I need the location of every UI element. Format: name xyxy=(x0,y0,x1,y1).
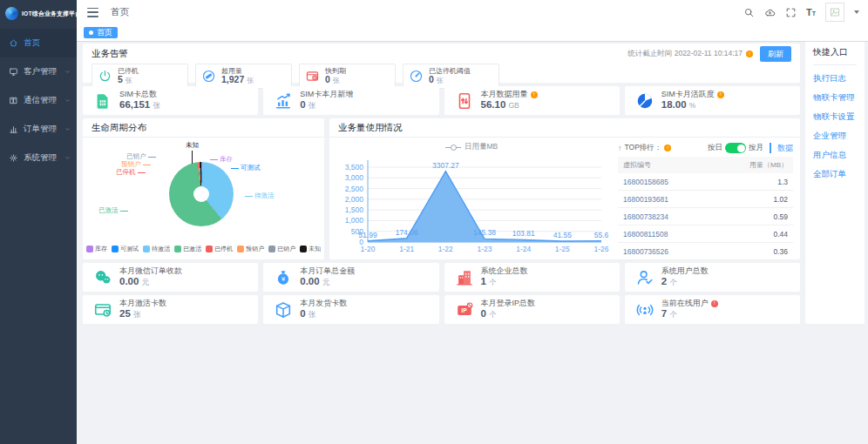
stat-label: 本月订单总金额 xyxy=(300,266,355,276)
cloud-download-icon[interactable] xyxy=(764,7,776,18)
legend-label: 日用量MB xyxy=(465,142,498,152)
usage-value: 0.36 xyxy=(711,243,793,260)
quick-link-enterprise-mgmt[interactable]: 企业管理 xyxy=(813,131,857,142)
avatar[interactable] xyxy=(825,3,844,22)
sidebar-item-orders[interactable]: 订单管理 xyxy=(0,115,77,144)
table-row[interactable]: 168007365260.36 xyxy=(618,243,793,260)
stat-label: SIM卡总数 xyxy=(119,90,157,99)
column-header: 用量（MB） xyxy=(711,157,793,173)
stat-label: 本月登录IP总数 xyxy=(481,299,536,308)
sidebar-item-communication[interactable]: 通信管理 xyxy=(0,86,77,115)
caret-down-icon[interactable] xyxy=(854,10,859,14)
svg-text:41.55: 41.55 xyxy=(553,231,573,239)
svg-text:3307.27: 3307.27 xyxy=(432,161,459,170)
svg-text:51.99: 51.99 xyxy=(358,231,377,239)
activity-pie-icon xyxy=(635,91,654,111)
period-toggle[interactable] xyxy=(725,143,746,153)
stat-label: 本月数据用量 xyxy=(481,90,528,99)
svg-text:1,500: 1,500 xyxy=(345,205,364,214)
alerts-title: 业务告警 xyxy=(92,48,128,60)
table-row[interactable]: 168001936811.02 xyxy=(618,191,793,208)
stat-unit: 张 xyxy=(309,310,316,319)
virtual-number: 16800811508 xyxy=(618,225,711,243)
legend-item[interactable]: 已销户 xyxy=(268,245,295,253)
quick-link-user-info[interactable]: 用户信息 xyxy=(813,150,857,161)
legend-item[interactable]: 未知 xyxy=(300,245,321,253)
broken-image-icon xyxy=(830,7,840,17)
svg-text:1-24: 1-24 xyxy=(516,245,531,253)
chevron-down-icon xyxy=(64,69,71,75)
sidebar-item-label: 通信管理 xyxy=(24,95,57,106)
usage-title: 业务量使用情况 xyxy=(338,122,403,134)
donut-hole xyxy=(193,186,209,202)
alert-card-overuse: 超用量 1,927 张 xyxy=(195,64,292,89)
legend-item[interactable]: 已停机 xyxy=(206,245,233,253)
sidebar-item-system[interactable]: 系统管理 xyxy=(0,144,77,172)
app-logo: IOT综合业务支撑平台 xyxy=(0,0,77,29)
stat-value: 0 xyxy=(429,74,434,84)
stat-time: 统计截止时间 2022-02-11 10:14:17 xyxy=(627,49,753,59)
usage-chart: 日用量MB 05001,0001,5002,0002,5003,0003,500… xyxy=(333,139,610,263)
activate-card-icon xyxy=(93,300,112,320)
quick-link-all-orders[interactable]: 全部订单 xyxy=(813,169,857,180)
user-check-icon xyxy=(635,268,654,287)
legend-item[interactable]: 可测试 xyxy=(112,245,139,253)
svg-text:1-22: 1-22 xyxy=(438,245,453,253)
accent-divider xyxy=(770,143,771,153)
legend-item[interactable]: 待激活 xyxy=(143,245,170,253)
toggle-daily-label[interactable]: 按日 xyxy=(708,143,722,153)
chart-legend[interactable]: 日用量MB xyxy=(333,141,610,153)
sim-stats-row: SIM卡总数 66,151 张 SIM卡本月新增 0 张 本月数据用量 56.1… xyxy=(83,86,800,115)
warning-icon xyxy=(746,50,753,57)
stat-unit: 张 xyxy=(153,101,160,110)
sidebar-item-label: 订单管理 xyxy=(24,124,57,135)
menu-icon[interactable] xyxy=(87,8,98,17)
stat-card-enterprises: 系统企业总数 1 个 xyxy=(444,263,620,292)
quick-link-iot-card-settings[interactable]: 物联卡设置 xyxy=(813,111,857,123)
usage-value: 1.3 xyxy=(711,173,793,191)
stat-unit: 张 xyxy=(133,310,141,319)
svg-text:3,500: 3,500 xyxy=(345,163,364,172)
tab-home[interactable]: 首页 xyxy=(84,27,118,38)
svg-text:1,000: 1,000 xyxy=(345,216,364,225)
virtual-number: 16800736526 xyxy=(618,243,711,260)
svg-text:145.38: 145.38 xyxy=(473,228,496,237)
stat-value: 0 xyxy=(481,308,486,319)
stat-unit: 个 xyxy=(489,278,497,286)
data-link[interactable]: 数据 xyxy=(777,143,793,154)
toggle-monthly-label[interactable]: 按月 xyxy=(749,143,763,153)
legend-item[interactable]: 已激活 xyxy=(174,245,201,253)
font-size-icon[interactable]: TT xyxy=(806,8,816,17)
stat-value: 18.00 xyxy=(661,99,687,110)
table-row[interactable]: 168007382340.59 xyxy=(618,208,793,225)
table-row[interactable]: 168008115080.44 xyxy=(618,225,793,243)
legend-item[interactable]: 库存 xyxy=(86,245,107,253)
svg-text:55.6: 55.6 xyxy=(594,231,609,239)
search-icon[interactable] xyxy=(743,7,755,18)
donut-callout: 预销户 xyxy=(121,160,151,169)
fullscreen-icon[interactable] xyxy=(785,7,797,18)
quick-link-exec-log[interactable]: 执行日志 xyxy=(813,73,857,84)
expiring-icon xyxy=(305,69,320,84)
warning-icon xyxy=(531,91,538,98)
warning-icon xyxy=(717,91,724,98)
stat-card-activated: 本月激活卡数 25 张 xyxy=(83,295,258,324)
stat-unit: 张 xyxy=(125,77,132,84)
refresh-button[interactable]: 刷新 xyxy=(760,46,791,62)
donut-callout: 已停机 xyxy=(116,168,146,177)
sidebar-item-home[interactable]: 首页 xyxy=(0,29,77,57)
stat-unit: 元 xyxy=(322,278,330,286)
stats-row-3: 本月微信订单收款 0.00 元 ¥ 本月订单总金额 0.00 元 系统企业总数 … xyxy=(83,263,800,292)
legend-item[interactable]: 预销户 xyxy=(237,245,264,253)
sidebar-item-label: 客户管理 xyxy=(24,66,57,77)
stat-card-sim-total: SIM卡总数 66,151 张 xyxy=(83,86,258,115)
money-bag-icon: ¥ xyxy=(274,268,293,287)
alert-cards-row: 已停机 5 张 超用量 1,927 张 快到期 0 张 已达停机阈值 0 张 xyxy=(92,64,791,89)
sidebar-item-customers[interactable]: 客户管理 xyxy=(0,57,77,86)
quick-link-iot-card-mgmt[interactable]: 物联卡管理 xyxy=(813,92,857,104)
breadcrumb[interactable]: 首页 xyxy=(111,6,129,18)
alerts-section: 业务告警 统计截止时间 2022-02-11 10:14:17 刷新 已停机 5… xyxy=(83,44,800,83)
stat-value: 2 xyxy=(661,276,667,286)
table-row[interactable]: 168001586851.3 xyxy=(618,173,793,191)
warning-icon xyxy=(664,145,671,151)
